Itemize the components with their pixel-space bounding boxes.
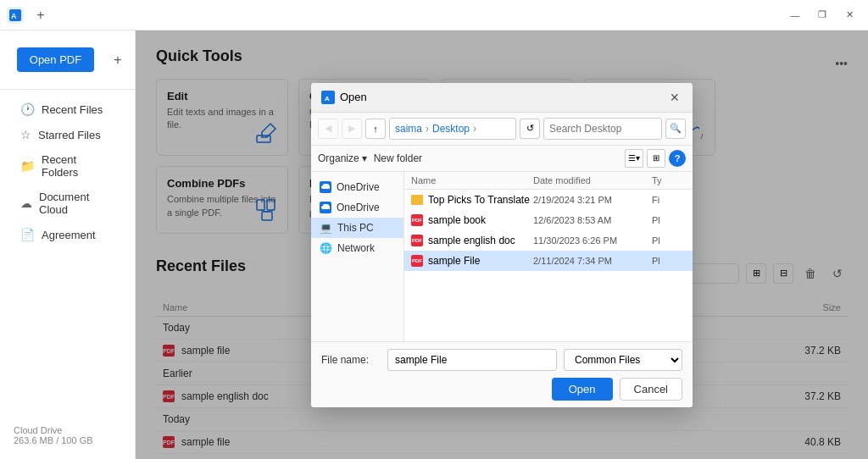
breadcrumb-sep2: ›	[473, 123, 476, 135]
file-name-text: sample book	[428, 214, 486, 226]
file-date: 12/6/2023 8:53 AM	[533, 215, 652, 225]
sidebar-item-agreement[interactable]: 📄 Agreement	[7, 223, 128, 246]
onedrive1-label: OneDrive	[337, 181, 380, 193]
dialog-file-row[interactable]: PDF sample english doc 11/30/2023 6:26 P…	[404, 230, 693, 251]
star-icon: ☆	[20, 128, 31, 141]
dialog-file-area: Name Date modified Ty Top Picks To Trans…	[404, 172, 693, 341]
dialog-close-button[interactable]: ✕	[667, 90, 682, 105]
new-folder-button[interactable]: New folder	[374, 152, 422, 164]
open-pdf-button[interactable]: Open PDF	[17, 47, 94, 72]
storage-info: 263.6 MB / 100 GB	[14, 435, 121, 445]
onedrive-icon1	[320, 181, 331, 193]
dialog-search-input[interactable]	[543, 118, 662, 140]
minimize-button[interactable]: —	[783, 7, 807, 24]
back-button[interactable]: ◀	[318, 119, 338, 139]
col-type-header: Ty	[652, 175, 686, 185]
window-controls: — ❐ ✕	[783, 7, 861, 24]
pdf-icon: PDF	[411, 214, 423, 226]
file-type: Pl	[652, 215, 686, 225]
file-name-text: sample File	[428, 255, 480, 267]
up-button[interactable]: ↑	[365, 119, 386, 139]
folder-icon	[411, 195, 423, 205]
view-options: ☰▾ ⊞ ?	[625, 149, 686, 168]
sidebar-add-button[interactable]: +	[108, 50, 128, 70]
dialog-nav-bar: ◀ ▶ ↑ saima › Desktop › ↺ 🔍	[311, 113, 693, 146]
help-button[interactable]: ?	[669, 150, 686, 167]
sidebar-item-label: Agreement	[42, 229, 96, 241]
dialog-overlay: A Open ✕ ◀ ▶ ↑ saima ›	[136, 30, 868, 459]
title-bar: A + — ❐ ✕	[0, 0, 868, 30]
dialog-title-bar: A Open ✕	[311, 83, 693, 113]
dialog-sidebar: OneDrive OneDrive 💻 This PC	[311, 172, 404, 341]
file-date: 11/30/2023 6:26 PM	[533, 235, 652, 246]
dialog-footer-actions: Open Cancel	[321, 378, 682, 401]
svg-text:A: A	[11, 12, 17, 20]
file-type-select[interactable]: Common Files All Files PDF Files	[564, 349, 682, 371]
dialog-title-text: Open	[340, 91, 367, 103]
file-name-input[interactable]	[387, 349, 557, 371]
sidebar: Open PDF + 🕐 Recent Files ☆ Starred File…	[0, 30, 136, 459]
sidebar-item-starred-files[interactable]: ☆ Starred Files	[7, 123, 128, 147]
dialog-title: A Open	[321, 91, 367, 104]
pdf-icon: PDF	[411, 235, 423, 246]
sidebar-item-label: Starred Files	[38, 129, 101, 141]
doc-icon: 📄	[20, 228, 35, 241]
col-date-header: Date modified	[533, 175, 652, 185]
sidebar-item-recent-folders[interactable]: 📁 Recent Folders	[7, 148, 128, 184]
dialog-logo: A	[321, 91, 335, 104]
sidebar-item-document-cloud[interactable]: ☁ Document Cloud	[7, 185, 128, 221]
folder-icon: 📁	[20, 159, 35, 173]
sidebar-item-label: Document Cloud	[39, 191, 114, 216]
file-date: 2/19/2024 3:21 PM	[533, 195, 652, 205]
dialog-sidebar-onedrive2[interactable]: OneDrive	[311, 197, 403, 218]
onedrive-icon2	[320, 202, 331, 213]
open-button[interactable]: Open	[552, 378, 613, 401]
breadcrumb-bar: saima › Desktop ›	[389, 118, 516, 140]
file-date: 2/11/2024 7:34 PM	[533, 256, 652, 266]
maximize-button[interactable]: ❐	[810, 7, 834, 24]
refresh-nav-button[interactable]: ↺	[520, 119, 540, 139]
search-nav-button[interactable]: 🔍	[665, 119, 686, 139]
this-pc-icon: 💻	[320, 222, 332, 234]
svg-text:A: A	[325, 95, 330, 102]
sidebar-item-recent-files[interactable]: 🕐 Recent Files	[7, 97, 128, 121]
dialog-sidebar-network[interactable]: 🌐 Network	[311, 238, 403, 258]
forward-button[interactable]: ▶	[342, 119, 362, 139]
open-dialog: A Open ✕ ◀ ▶ ↑ saima ›	[311, 83, 693, 407]
organize-label: Organize	[318, 152, 359, 164]
file-type: Pl	[652, 256, 686, 266]
col-name-header: Name	[411, 175, 533, 185]
network-icon: 🌐	[320, 242, 332, 254]
file-type: Pl	[652, 235, 686, 246]
cloud-icon: ☁	[20, 196, 32, 210]
organize-button[interactable]: Organize ▾	[318, 152, 367, 164]
add-tab-button[interactable]: +	[31, 5, 51, 25]
dialog-file-row[interactable]: PDF sample book 12/6/2023 8:53 AM Pl	[404, 210, 693, 230]
sidebar-item-label: Recent Files	[42, 103, 103, 116]
breadcrumb-desktop[interactable]: Desktop	[432, 123, 470, 135]
view-grid-button[interactable]: ⊞	[647, 149, 665, 168]
app-logo: A	[7, 7, 24, 24]
dialog-body: OneDrive OneDrive 💻 This PC	[311, 172, 693, 341]
close-button[interactable]: ✕	[837, 7, 861, 24]
file-name-text: sample english doc	[428, 235, 515, 246]
cancel-button[interactable]: Cancel	[620, 378, 682, 401]
clock-icon: 🕐	[20, 102, 35, 116]
network-label: Network	[337, 242, 375, 254]
file-name-label: File name:	[321, 354, 381, 366]
file-list-header: Name Date modified Ty	[404, 172, 693, 190]
view-details-button[interactable]: ☰▾	[625, 149, 643, 168]
sidebar-item-label: Recent Folders	[42, 153, 114, 179]
cloud-drive-label: Cloud Drive	[14, 425, 121, 435]
file-name-text: Top Picks To Translate PDF Swedish To En…	[428, 194, 533, 206]
dialog-file-row-selected[interactable]: PDF sample File 2/11/2024 7:34 PM Pl	[404, 251, 693, 271]
breadcrumb-saima[interactable]: saima	[395, 123, 422, 135]
this-pc-label: This PC	[337, 222, 374, 234]
dialog-file-row[interactable]: Top Picks To Translate PDF Swedish To En…	[404, 190, 693, 210]
dialog-sidebar-this-pc[interactable]: 💻 This PC	[311, 218, 403, 238]
sidebar-footer: Cloud Drive 263.6 MB / 100 GB	[0, 418, 135, 452]
pdf-icon: PDF	[411, 255, 423, 267]
dialog-sidebar-onedrive1[interactable]: OneDrive	[311, 177, 403, 197]
organize-chevron-icon: ▾	[362, 152, 367, 164]
breadcrumb-sep1: ›	[426, 123, 429, 135]
